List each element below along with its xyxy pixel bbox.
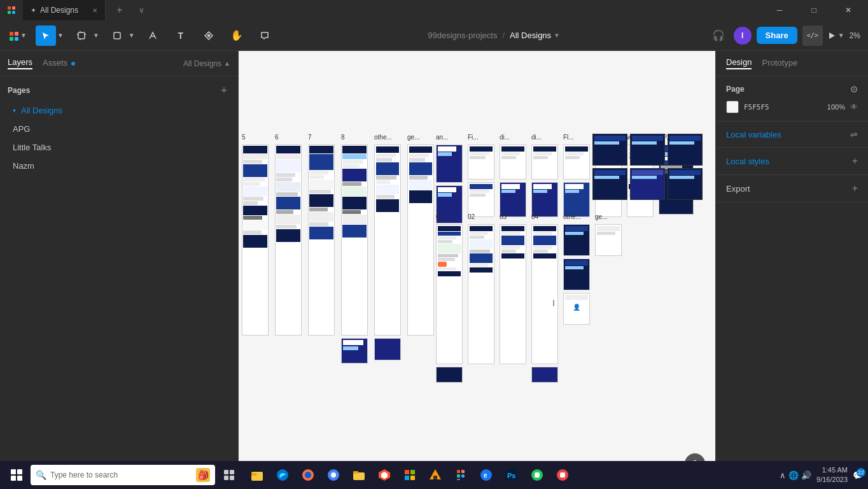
figma-logo-icon[interactable] xyxy=(5,4,18,17)
frame-tool-button[interactable] xyxy=(71,25,92,46)
layers-tab[interactable]: Layers xyxy=(8,57,32,69)
prototype-tab[interactable]: Prototype xyxy=(762,58,797,69)
active-tab[interactable]: ✦ All Designs ✕ xyxy=(23,0,106,20)
taskbar-app-photoshop[interactable]: Ps xyxy=(500,464,523,486)
select-tool-button[interactable] xyxy=(36,25,56,46)
mini-frame-8b[interactable] xyxy=(341,338,368,364)
systray-chevron[interactable]: ∧ xyxy=(780,471,786,480)
close-button[interactable]: ✕ xyxy=(834,0,863,20)
shape-tool-button[interactable] xyxy=(107,25,127,46)
systray-sound[interactable]: 🔊 xyxy=(801,471,811,480)
user-avatar[interactable]: I xyxy=(734,27,752,45)
mini-frame-01[interactable] xyxy=(436,224,463,364)
mini-frame-an1[interactable] xyxy=(436,145,463,183)
mini-frame-8[interactable] xyxy=(341,145,368,336)
taskbar-app-figma[interactable] xyxy=(449,464,472,486)
notification-area[interactable]: 💬 22 xyxy=(853,471,863,480)
design-tab[interactable]: Design xyxy=(726,57,752,69)
taskbar-app-red[interactable] xyxy=(551,464,574,486)
mini-frame-7[interactable] xyxy=(308,145,335,336)
mini-frame-5[interactable] xyxy=(242,145,269,336)
mini-frame-ge2a[interactable] xyxy=(595,224,622,256)
mini-frame-fi2[interactable] xyxy=(468,182,494,217)
taskbar-app-green[interactable] xyxy=(526,464,549,486)
headphone-button[interactable]: 🎧 xyxy=(708,25,729,46)
svg-point-28 xyxy=(331,472,336,478)
mini-frame-other2b[interactable] xyxy=(563,259,590,290)
mini-frame-dark1a[interactable] xyxy=(592,134,627,166)
mini-frame-03[interactable] xyxy=(500,224,526,364)
comment-tool-button[interactable] xyxy=(255,25,275,46)
mini-frame-ge[interactable] xyxy=(407,145,434,336)
taskbar-search[interactable]: 🔍 Type here to search 🎒 xyxy=(31,465,215,485)
local-variables-adjust-icon[interactable]: ⇌ xyxy=(850,129,858,139)
eye-icon[interactable]: 👁 xyxy=(850,103,858,111)
taskbar-time[interactable]: 1:45 AM 9/16/2023 xyxy=(816,465,848,485)
page-name[interactable]: All Designs ▼ xyxy=(510,31,560,40)
systray-network[interactable]: 🌐 xyxy=(788,471,799,480)
page-color-swatch[interactable] xyxy=(726,101,739,113)
taskbar-app-edge[interactable] xyxy=(271,464,294,486)
page-settings-icon[interactable]: ⊙ xyxy=(850,84,858,94)
mini-frame-fl2[interactable] xyxy=(563,182,590,217)
taskbar-app-ie[interactable]: e xyxy=(475,464,498,486)
pen-tool-button[interactable] xyxy=(143,25,163,46)
add-page-button[interactable]: + xyxy=(218,84,230,97)
taskbar-app-store[interactable] xyxy=(398,464,421,486)
local-variables-row[interactable]: Local variables ⇌ xyxy=(726,129,858,139)
taskbar-app-firefox[interactable] xyxy=(297,464,319,486)
assets-tab[interactable]: Assets xyxy=(43,58,75,69)
mini-frame-di1a[interactable] xyxy=(500,145,526,180)
frame-label-other: othe... xyxy=(374,134,401,141)
local-styles-label[interactable]: Local styles xyxy=(726,157,769,166)
task-view-button[interactable] xyxy=(218,464,241,486)
tab-overflow-icon[interactable]: ∨ xyxy=(139,6,144,15)
canvas-frames[interactable]: 5 xyxy=(239,127,715,470)
mini-frame-dark3a[interactable] xyxy=(668,134,703,166)
maximize-button[interactable]: □ xyxy=(799,0,829,20)
mini-frame-01b[interactable] xyxy=(436,367,463,383)
mini-frame-dark1b[interactable] xyxy=(592,168,627,200)
main-menu-button[interactable]: ▼ xyxy=(8,25,28,46)
mini-frame-04[interactable] xyxy=(531,224,558,364)
mini-frame-02[interactable] xyxy=(468,224,494,364)
component-tool-button[interactable] xyxy=(199,25,219,46)
mini-frame-other2a[interactable] xyxy=(563,224,590,256)
mini-frame-fi1[interactable] xyxy=(468,145,494,180)
page-item-nazm[interactable]: Nazm xyxy=(8,157,230,174)
start-button[interactable] xyxy=(5,464,28,486)
mini-frame-other[interactable] xyxy=(374,145,401,336)
mini-frame-di1b[interactable] xyxy=(500,182,526,217)
new-tab-button[interactable]: + xyxy=(111,1,129,19)
mini-frame-di2a[interactable] xyxy=(531,145,558,180)
taskbar-app-vlc[interactable] xyxy=(424,464,447,486)
mini-frame-other2c[interactable]: 👤 xyxy=(563,293,590,325)
export-add-icon[interactable]: + xyxy=(852,183,858,194)
mini-frame-other-b[interactable] xyxy=(374,338,401,360)
mini-frame-dark2b[interactable] xyxy=(630,168,665,200)
taskbar-app-folder[interactable] xyxy=(347,464,370,486)
code-view-button[interactable]: </> xyxy=(802,25,823,46)
mini-frame-6[interactable] xyxy=(275,145,302,336)
mini-frame-04b[interactable] xyxy=(531,367,558,383)
page-item-apg[interactable]: APG xyxy=(8,120,230,138)
mini-frame-dark3b[interactable] xyxy=(668,168,703,200)
local-styles-add-icon[interactable]: + xyxy=(852,155,858,167)
zoom-level[interactable]: 2% xyxy=(850,31,860,40)
tab-close-icon[interactable]: ✕ xyxy=(92,7,97,14)
mini-frame-di2b[interactable] xyxy=(531,182,558,217)
page-item-all-designs[interactable]: ▾ All Designs xyxy=(8,102,230,119)
panel-breadcrumb[interactable]: All Designs ▲ xyxy=(183,59,230,68)
taskbar-app-chrome[interactable] xyxy=(322,464,345,486)
hand-tool-button[interactable]: ✋ xyxy=(227,25,247,46)
present-button[interactable]: ▼ xyxy=(828,32,844,39)
text-tool-button[interactable]: T xyxy=(171,25,191,46)
taskbar-app-explorer[interactable] xyxy=(246,464,269,486)
taskbar-app-brave[interactable] xyxy=(373,464,396,486)
mini-frame-dark2a[interactable] xyxy=(630,134,665,166)
canvas-area[interactable]: 5 xyxy=(239,51,715,489)
mini-frame-fl1[interactable] xyxy=(563,145,590,180)
minimize-button[interactable]: ─ xyxy=(765,0,794,20)
page-item-little-talks[interactable]: Little Talks xyxy=(8,139,230,156)
share-button[interactable]: Share xyxy=(757,27,797,44)
